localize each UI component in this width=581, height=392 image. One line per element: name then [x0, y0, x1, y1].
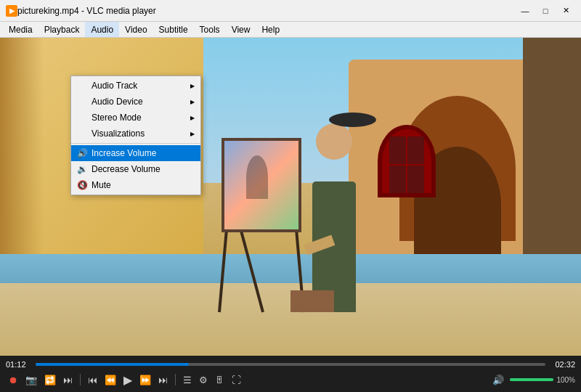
menu-view[interactable]: View: [226, 22, 256, 37]
audio-dropdown-menu: Audio Track ▶ Audio Device ▶ Stereo Mode…: [70, 75, 201, 195]
mute-icon: 🔇: [77, 180, 87, 190]
play-pause-button[interactable]: ▶: [121, 372, 135, 388]
window-title: pictureking.mp4 - VLC media player: [17, 6, 516, 16]
menu-item-increase-volume[interactable]: 🔊 Increase Volume: [71, 145, 200, 161]
window-pane-2: [407, 136, 424, 164]
scene-easel: [211, 123, 312, 312]
next-frame-button[interactable]: ⏭: [60, 373, 76, 387]
audio-device-label: Audio Device: [92, 97, 143, 107]
scene-easel-area: [182, 80, 399, 312]
maximize-button[interactable]: □: [536, 4, 555, 18]
record-button[interactable]: ⏺: [6, 373, 21, 387]
buttons-row: ⏺ 📷 🔁 ⏭ ⏮ ⏪ ▶ ⏩ ⏭ ☰ ⚙ 🎚 ⛶ 🔊: [6, 372, 575, 388]
snapshot-button[interactable]: 📷: [23, 373, 40, 387]
canvas-figure: [246, 155, 268, 199]
next-button[interactable]: ⏭: [155, 373, 171, 387]
prev-button[interactable]: ⏮: [85, 373, 100, 387]
video-area: Audio Track ▶ Audio Device ▶ Stereo Mode…: [0, 38, 581, 356]
menu-item-audio-track[interactable]: Audio Track ▶: [71, 78, 200, 94]
progress-bar[interactable]: [36, 363, 545, 366]
audio-track-label: Audio Track: [92, 81, 137, 91]
menu-item-mute[interactable]: 🔇 Mute: [71, 177, 200, 193]
time-total: 02:32: [550, 360, 575, 369]
fullscreen-button[interactable]: ⛶: [229, 373, 244, 387]
playlist-button[interactable]: ☰: [180, 373, 195, 387]
backward-button[interactable]: ⏪: [102, 373, 119, 387]
minimize-button[interactable]: —: [516, 4, 535, 18]
window-pane-4: [407, 166, 424, 193]
menu-help[interactable]: Help: [256, 22, 285, 37]
menu-media[interactable]: Media: [3, 22, 38, 37]
menu-item-visualizations[interactable]: Visualizations ▶: [71, 126, 200, 142]
mute-label: Mute: [92, 180, 111, 190]
btn-separator-1: [80, 374, 81, 385]
progress-area: 01:12 02:32: [6, 360, 575, 369]
paint-box: [290, 290, 334, 312]
menu-separator-1: [71, 143, 200, 144]
submenu-arrow-1: ▶: [190, 83, 195, 89]
menu-item-audio-device[interactable]: Audio Device ▶: [71, 94, 200, 110]
progress-fill: [36, 363, 189, 366]
btn-separator-2: [175, 374, 176, 385]
forward-button[interactable]: ⏩: [137, 373, 154, 387]
volume-fill: [510, 378, 553, 381]
submenu-arrow-4: ▶: [190, 131, 195, 137]
visualizations-label: Visualizations: [92, 128, 145, 139]
title-bar: ▶ pictureking.mp4 - VLC media player — □…: [0, 0, 581, 22]
canvas-painting: [224, 141, 298, 229]
submenu-arrow-2: ▶: [190, 99, 195, 105]
menu-item-decrease-volume[interactable]: 🔉 Decrease Volume: [71, 161, 200, 177]
decrease-volume-icon: 🔉: [77, 164, 87, 174]
painter-arm: [304, 235, 336, 256]
app-icon: ▶: [6, 5, 17, 17]
mute-toggle-button[interactable]: 🔊: [489, 373, 507, 387]
controls-bar: 01:12 02:32 ⏺ 📷 🔁 ⏭ ⏮ ⏪ ▶ ⏩ ⏭ ☰ ⚙ 🎚: [0, 356, 581, 392]
close-button[interactable]: ✕: [556, 4, 575, 18]
menu-bar: Media Playback Audio Video Subtitle Tool…: [0, 22, 581, 38]
volume-area: 🔊 100%: [489, 373, 575, 387]
menu-subtitle[interactable]: Subtitle: [153, 22, 194, 37]
painter-hat: [329, 113, 376, 127]
effects-button[interactable]: 🎚: [212, 373, 227, 387]
submenu-arrow-3: ▶: [190, 115, 195, 121]
menu-tools[interactable]: Tools: [194, 22, 226, 37]
scene-painter: [298, 123, 370, 312]
canvas-frame: [222, 138, 301, 232]
window-controls: — □ ✕: [516, 4, 575, 18]
extended-button[interactable]: ⚙: [196, 373, 211, 387]
loop-button[interactable]: 🔁: [41, 373, 59, 387]
menu-item-stereo-mode[interactable]: Stereo Mode ▶: [71, 110, 200, 126]
decrease-volume-label: Decrease Volume: [92, 164, 161, 174]
volume-label: 100%: [556, 376, 575, 384]
menu-audio[interactable]: Audio: [85, 22, 119, 37]
menu-playback[interactable]: Playback: [38, 22, 86, 37]
stereo-mode-label: Stereo Mode: [92, 113, 142, 123]
increase-volume-icon: 🔊: [77, 148, 87, 158]
increase-volume-label: Increase Volume: [92, 148, 156, 158]
time-elapsed: 01:12: [6, 360, 31, 369]
volume-bar[interactable]: [510, 378, 553, 381]
menu-video[interactable]: Video: [119, 22, 153, 37]
painter-head: [316, 123, 352, 160]
